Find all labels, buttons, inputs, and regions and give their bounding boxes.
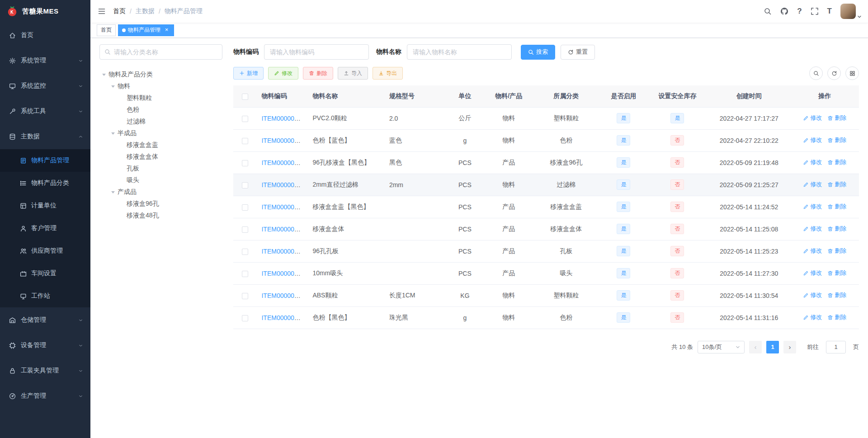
sidebar-subitem-4-6[interactable]: 工作站 [0,285,90,307]
avatar[interactable] [840,4,856,19]
tree-node[interactable]: 移液盒盒盖 [99,139,222,151]
sidebar-item-4[interactable]: 主数据 [0,124,90,149]
row-delete-button[interactable]: 删除 [827,180,846,188]
tree-node[interactable]: 移液盒96孔 [99,198,222,210]
row-edit-button[interactable]: 修改 [803,158,822,166]
delete-button[interactable]: 删除 [303,67,333,80]
sidebar-subitem-4-3[interactable]: 客户管理 [0,217,90,240]
breadcrumb-home[interactable]: 首页 [113,7,126,15]
row-edit-button[interactable]: 修改 [803,136,822,144]
tree-node[interactable]: 吸头 [99,174,222,186]
row-edit-button[interactable]: 修改 [803,114,822,122]
tree-node[interactable]: 孔板 [99,163,222,174]
row-delete-button[interactable]: 删除 [827,291,846,299]
import-button[interactable]: 导入 [338,67,368,80]
row-edit-button[interactable]: 修改 [803,291,822,299]
app-logo[interactable]: 苦糖果MES [0,0,90,23]
user-menu[interactable] [840,4,862,19]
header-search-button[interactable] [764,7,772,15]
row-delete-button[interactable]: 删除 [827,269,846,277]
goto-page-input[interactable] [826,341,846,353]
sidebar-subitem-4-4[interactable]: 供应商管理 [0,240,90,262]
row-delete-button[interactable]: 删除 [827,247,846,255]
sidebar-subitem-4-0[interactable]: 物料产品管理 [0,149,90,172]
row-edit-button[interactable]: 修改 [803,225,822,233]
font-size-icon[interactable]: T [827,7,832,16]
row-delete-button[interactable]: 删除 [827,225,846,233]
hamburger-icon[interactable] [90,0,113,23]
row-delete-button[interactable]: 删除 [827,158,846,166]
category-search-input[interactable] [114,48,217,56]
export-button[interactable]: 导出 [373,67,403,80]
row-checkbox[interactable] [242,138,248,144]
material-code-link[interactable]: ITEM00000046 [261,159,305,166]
columns-button[interactable] [845,66,859,80]
row-checkbox[interactable] [242,182,248,188]
sidebar-subitem-4-2[interactable]: 计量单位 [0,194,90,217]
row-checkbox[interactable] [242,226,248,233]
row-edit-button[interactable]: 修改 [803,247,822,255]
row-checkbox[interactable] [242,116,248,122]
sidebar-item-8[interactable]: 生产管理 [0,383,90,409]
row-checkbox[interactable] [242,271,248,277]
tree-node[interactable]: 物料及产品分类 [99,69,222,80]
material-code-link[interactable]: ITEM00000056 [261,314,305,321]
refresh-button[interactable] [827,66,841,80]
close-icon[interactable]: × [163,27,170,33]
sidebar-item-0[interactable]: 首页 [0,23,90,48]
row-delete-button[interactable]: 删除 [827,114,846,122]
row-checkbox[interactable] [242,315,248,321]
tab-material-product[interactable]: 物料产品管理 × [118,24,174,36]
sidebar-subitem-4-1[interactable]: 物料产品分类 [0,172,90,194]
row-edit-button[interactable]: 修改 [803,269,822,277]
row-edit-button[interactable]: 修改 [803,313,822,321]
row-edit-button[interactable]: 修改 [803,203,822,211]
reset-button[interactable]: 重置 [561,45,595,60]
row-checkbox[interactable] [242,293,248,299]
material-code-link[interactable]: ITEM00000051 [261,203,305,211]
tree-node[interactable]: 移液盒盒体 [99,151,222,163]
material-name-input[interactable] [407,44,512,60]
row-delete-button[interactable]: 删除 [827,136,846,144]
sidebar-item-1[interactable]: 系统管理 [0,48,90,73]
add-button[interactable]: 新增 [233,67,264,80]
sidebar-item-3[interactable]: 系统工具 [0,99,90,124]
next-page-button[interactable]: › [783,341,796,353]
page-size-select[interactable]: 10条/页 [698,341,745,353]
row-delete-button[interactable]: 删除 [827,313,846,321]
material-code-link[interactable]: ITEM00000052 [261,226,305,233]
tree-node[interactable]: 塑料颗粒 [99,92,222,104]
material-code-link[interactable]: ITEM00000054 [261,270,305,277]
material-code-link[interactable]: ITEM00000037 [261,115,305,122]
page-number-button[interactable]: 1 [766,341,779,353]
select-all-checkbox[interactable] [242,94,248,100]
tree-node[interactable]: 色粉 [99,104,222,116]
row-checkbox[interactable] [242,249,248,255]
tree-node[interactable]: 移液盒48孔 [99,210,222,221]
search-button[interactable]: 搜索 [521,45,555,60]
tree-node[interactable]: 过滤棉 [99,116,222,127]
tree-node[interactable]: 物料 [99,80,222,92]
tree-node[interactable]: 半成品 [99,127,222,139]
row-checkbox[interactable] [242,160,248,166]
material-code-link[interactable]: ITEM00000041 [261,137,305,144]
row-edit-button[interactable]: 修改 [803,180,822,188]
help-icon[interactable]: ? [797,7,802,16]
edit-button[interactable]: 修改 [268,67,298,80]
prev-page-button[interactable]: ‹ [749,341,762,353]
material-code-link[interactable]: ITEM00000049 [261,181,305,188]
tab-home[interactable]: 首页 [97,24,116,36]
tree-node[interactable]: 产成品 [99,186,222,198]
material-code-input[interactable] [264,44,369,60]
github-icon[interactable] [780,7,788,15]
material-code-link[interactable]: ITEM00000055 [261,292,305,299]
fullscreen-icon[interactable] [811,7,819,15]
row-delete-button[interactable]: 删除 [827,203,846,211]
sidebar-item-5[interactable]: 仓储管理 [0,307,90,333]
sidebar-item-7[interactable]: 工装夹具管理 [0,358,90,383]
sidebar-subitem-4-5[interactable]: 车间设置 [0,262,90,285]
sidebar-item-2[interactable]: 系统监控 [0,73,90,99]
sidebar-item-6[interactable]: 设备管理 [0,333,90,358]
toggle-search-button[interactable] [809,66,823,80]
material-code-link[interactable]: ITEM00000053 [261,248,305,255]
